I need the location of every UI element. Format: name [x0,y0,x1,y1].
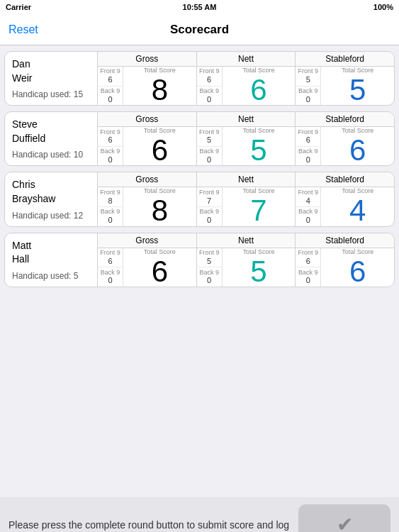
player-name: MattHall [12,239,90,267]
nett-total-value: 5 [250,257,266,287]
gross-section: Gross Front 9 8 Back 9 0 Total Score [98,172,197,226]
stableford-back9-label: Back 9 [298,88,318,95]
stableford-back9-label: Back 9 [298,270,318,277]
score-area: Gross Front 9 6 Back 9 0 Total Score [97,52,394,105]
gross-front9-value: 6 [108,257,112,265]
player-card-chris-brayshaw: ChrisBrayshaw Handicap used: 12 Gross Fr… [4,172,395,226]
stableford-total-value: 4 [349,196,366,226]
status-bar: Carrier 10:55 AM 100% [0,0,399,14]
gross-back9-value: 0 [108,95,112,104]
player-name: SteveDuffield [12,118,90,145]
stableford-header: Stableford [296,233,394,248]
stableford-front9-value: 6 [306,135,310,144]
gross-front9-label: Front 9 [100,129,120,136]
stableford-back9-value: 0 [306,155,310,164]
handicap-label: Handicap used: 10 [12,150,90,160]
stableford-header: Stableford [296,112,394,127]
nett-back9-value: 0 [207,95,211,104]
stableford-front9-label: Front 9 [298,250,319,257]
stableford-section: Stableford Front 9 6 Back 9 0 Total Sc [296,233,394,287]
stableford-total-value: 5 [349,75,366,105]
player-name: DanWeir [12,57,90,85]
stableford-front9-value: 5 [306,75,310,84]
gross-total-value: 6 [152,135,168,165]
nett-section: Nett Front 9 5 Back 9 0 Total Score [197,233,296,287]
stableford-section: Stableford Front 9 6 Back 9 0 Total Sc [296,112,394,165]
gross-back9-label: Back 9 [101,88,120,95]
gross-front9-value: 6 [108,75,112,84]
gross-front9-label: Front 9 [100,250,120,257]
nett-total-value: 6 [250,75,266,105]
gross-back9-label: Back 9 [101,148,120,155]
stableford-front9-label: Front 9 [298,189,319,196]
handicap-label: Handicap used: 5 [12,271,90,281]
nett-back9-value: 0 [207,155,211,164]
nett-back9-label: Back 9 [199,88,219,95]
nett-header: Nett [197,172,296,187]
nett-section: Nett Front 9 5 Back 9 0 Total Score [197,112,296,165]
player-info: ChrisBrayshaw Handicap used: 12 [5,172,97,226]
stableford-front9-value: 6 [306,257,310,265]
stableford-back9-label: Back 9 [298,148,318,155]
time-label: 10:55 AM [183,3,217,11]
gross-section: Gross Front 9 6 Back 9 0 Total Score [98,112,197,165]
nett-header: Nett [197,52,296,67]
nett-front9-value: 5 [207,135,211,144]
scorecard-content: DanWeir Handicap used: 15 Gross Front 9 … [0,45,399,497]
gross-front9-label: Front 9 [100,68,120,75]
nett-front9-value: 5 [207,257,211,265]
page-title: Scorecard [170,23,229,37]
gross-total-value: 8 [152,75,168,105]
gross-header: Gross [98,233,196,248]
nett-front9-value: 6 [207,75,211,84]
nett-front9-label: Front 9 [199,129,220,136]
score-area: Gross Front 9 6 Back 9 0 Total Score [97,112,394,165]
gross-back9-label: Back 9 [101,270,120,277]
stableford-back9-value: 0 [306,95,310,104]
gross-back9-value: 0 [108,276,112,284]
gross-front9-value: 8 [108,196,112,205]
gross-header: Gross [98,172,196,187]
nett-back9-label: Back 9 [199,148,219,155]
nett-front9-label: Front 9 [199,250,220,257]
stableford-front9-label: Front 9 [298,68,319,75]
gross-back9-value: 0 [108,155,112,164]
nett-front9-value: 7 [207,196,211,205]
battery-label: 100% [373,3,393,11]
nett-total-value: 5 [250,135,266,165]
player-card-dan-weir: DanWeir Handicap used: 15 Gross Front 9 … [4,51,395,106]
player-info: MattHall Handicap used: 5 [5,233,97,287]
gross-total-value: 6 [152,257,168,287]
stableford-back9-value: 0 [306,276,310,284]
stableford-back9-value: 0 [306,216,310,224]
stableford-section: Stableford Front 9 5 Back 9 0 Total Sc [296,52,394,105]
player-card-matt-hall: MattHall Handicap used: 5 Gross Front 9 … [4,233,395,287]
handicap-label: Handicap used: 12 [12,211,90,221]
nett-section: Nett Front 9 7 Back 9 0 Total Score [197,172,296,226]
stableford-total-value: 6 [349,135,366,165]
nett-section: Nett Front 9 6 Back 9 0 Total Score [197,52,296,105]
nett-back9-value: 0 [207,276,211,284]
player-card-steve-duffield: SteveDuffield Handicap used: 10 Gross Fr… [4,111,395,166]
bottom-area: Please press the complete round button t… [0,497,399,532]
gross-total-value: 8 [152,196,168,226]
stableford-header: Stableford [296,172,394,187]
stableford-header: Stableford [296,52,394,67]
nav-bar: Reset Scorecard [0,14,399,45]
nett-total-value: 7 [250,196,266,226]
complete-round-button[interactable]: ✔ Complete Round [298,504,390,532]
checkmark-icon: ✔ [337,513,353,532]
nett-back9-value: 0 [207,216,211,224]
stableford-section: Stableford Front 9 4 Back 9 0 Total Sc [296,172,394,226]
handicap-label: Handicap used: 15 [12,89,90,99]
bottom-instruction-text: Please press the complete round button t… [9,518,298,532]
gross-back9-label: Back 9 [101,209,120,216]
stableford-back9-label: Back 9 [298,209,318,216]
stableford-total-value: 6 [349,257,366,287]
player-info: SteveDuffield Handicap used: 10 [5,112,97,165]
reset-button[interactable]: Reset [9,23,38,36]
nett-front9-label: Front 9 [199,68,220,75]
gross-front9-value: 6 [108,135,112,144]
stableford-front9-label: Front 9 [298,129,319,136]
gross-header: Gross [98,52,196,67]
